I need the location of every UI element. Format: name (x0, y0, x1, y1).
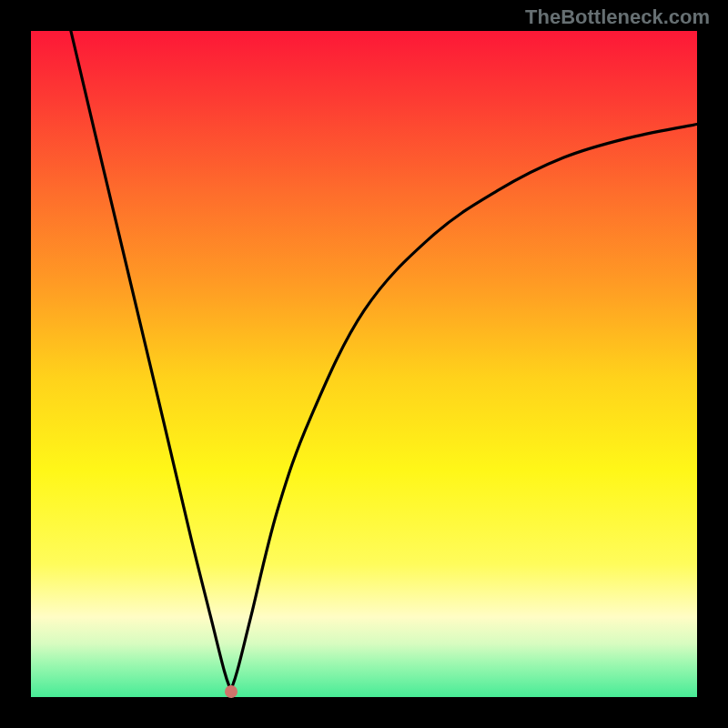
chart-stage: TheBottleneck.com (0, 0, 728, 728)
plot-area (31, 31, 697, 697)
bottleneck-curve (31, 31, 697, 697)
attribution-text: TheBottleneck.com (525, 5, 710, 29)
minimum-marker (225, 685, 238, 698)
curve-path (71, 31, 697, 691)
